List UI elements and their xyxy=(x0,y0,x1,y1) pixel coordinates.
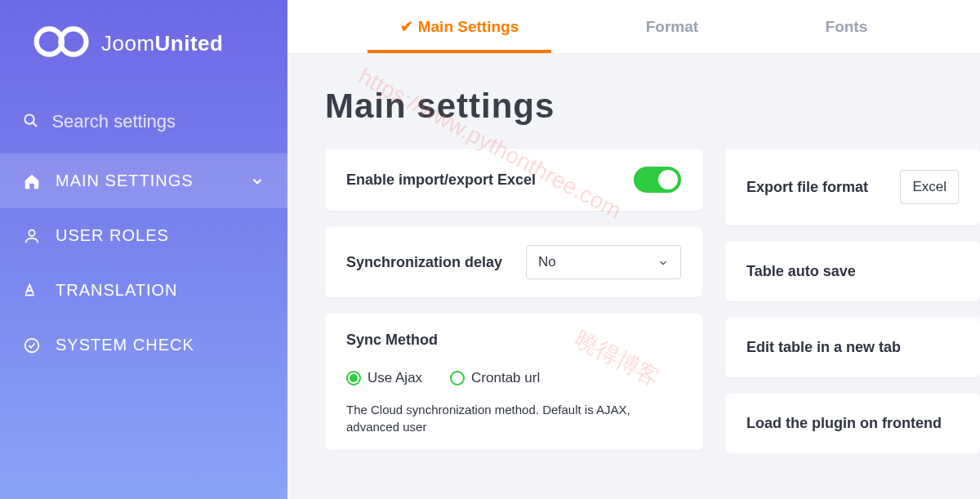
sidebar-item-translation[interactable]: TRANSLATION xyxy=(0,263,287,318)
chevron-down-icon xyxy=(250,174,265,189)
main: ✔Main Settings Format Fonts Main setting… xyxy=(287,0,980,499)
tab-fonts[interactable]: Fonts xyxy=(817,2,876,52)
radio-icon xyxy=(346,371,361,385)
brand-logo: JoomUnited xyxy=(0,21,287,98)
translate-icon xyxy=(23,282,41,300)
card-table-autosave: Table auto save xyxy=(725,242,980,301)
tab-bar: ✔Main Settings Format Fonts xyxy=(287,0,980,54)
sidebar-item-user-roles[interactable]: USER ROLES xyxy=(0,208,287,263)
user-icon xyxy=(23,227,41,245)
card-load-frontend: Load the plugin on frontend xyxy=(725,394,980,453)
card-edit-new-tab: Edit table in a new tab xyxy=(725,318,980,377)
svg-point-6 xyxy=(25,338,39,352)
content: Main settings Enable import/export Excel… xyxy=(287,54,980,453)
setting-label: Enable import/export Excel xyxy=(346,172,536,189)
card-export-format: Export file format Excel xyxy=(725,149,980,225)
brand-name: JoomUnited xyxy=(101,31,223,56)
home-icon xyxy=(23,172,41,190)
svg-line-3 xyxy=(33,123,37,127)
search-input[interactable] xyxy=(51,111,265,132)
setting-label: Export file format xyxy=(746,179,868,196)
check-icon: ✔ xyxy=(400,18,413,35)
search-icon xyxy=(23,113,38,131)
sidebar-item-label: SYSTEM CHECK xyxy=(56,336,194,354)
search-container xyxy=(0,98,287,154)
card-sync-delay: Synchronization delay No xyxy=(325,227,702,297)
sidebar-item-main-settings[interactable]: MAIN SETTINGS xyxy=(0,154,287,208)
check-circle-icon xyxy=(23,336,41,354)
setting-label: Synchronization delay xyxy=(346,254,502,271)
tab-format[interactable]: Format xyxy=(638,2,706,52)
setting-description: The Cloud synchronization method. Defaul… xyxy=(346,401,681,435)
card-enable-import-export: Enable import/export Excel xyxy=(325,149,702,211)
svg-point-2 xyxy=(24,114,33,123)
page-title: Main settings xyxy=(325,87,980,126)
select-sync-delay[interactable]: No xyxy=(526,245,681,279)
svg-point-4 xyxy=(29,229,34,235)
sidebar-item-label: TRANSLATION xyxy=(56,281,178,300)
radio-use-ajax[interactable]: Use Ajax xyxy=(346,370,422,386)
card-sync-method: Sync Method Use Ajax Crontab url The xyxy=(325,314,702,450)
setting-label: Sync Method xyxy=(346,332,681,349)
setting-label: Edit table in a new tab xyxy=(746,339,901,355)
radio-crontab-url[interactable]: Crontab url xyxy=(450,370,540,386)
brand-logo-icon xyxy=(33,21,96,65)
chevron-down-icon xyxy=(657,256,669,268)
sidebar-item-label: MAIN SETTINGS xyxy=(56,172,194,190)
setting-label: Table auto save xyxy=(746,263,856,279)
radio-icon xyxy=(450,371,465,385)
sidebar: JoomUnited MAIN SETTINGS USER ROLES xyxy=(0,0,287,499)
tab-main-settings[interactable]: ✔Main Settings xyxy=(392,1,528,52)
sidebar-item-label: USER ROLES xyxy=(56,226,169,245)
toggle-import-export[interactable] xyxy=(634,167,681,193)
select-export-format[interactable]: Excel xyxy=(900,170,959,204)
setting-label: Load the plugin on frontend xyxy=(746,415,942,431)
sidebar-item-system-check[interactable]: SYSTEM CHECK xyxy=(0,318,287,372)
